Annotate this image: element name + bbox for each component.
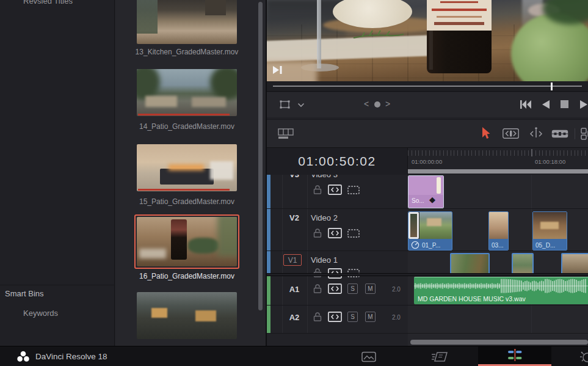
track-name-v3[interactable]: Video 3 <box>311 175 338 179</box>
media-clip-name-selected[interactable]: 16_Patio_GradedMaster.mov <box>120 272 254 280</box>
stop-button[interactable] <box>561 100 568 108</box>
timeline-clip-v1-b[interactable] <box>512 253 534 273</box>
auto-select-icon[interactable] <box>328 228 342 238</box>
solo-button-a2[interactable]: S <box>347 312 358 322</box>
media-clip-thumbnail-14[interactable] <box>137 69 237 116</box>
track-color-bar-v3 <box>267 175 270 208</box>
skip-forward-overlay-icon[interactable] <box>272 65 283 75</box>
reverse-play-button[interactable] <box>542 100 550 109</box>
media-clip-thumbnail-17[interactable] <box>137 292 237 339</box>
timeline-zoom-bar[interactable] <box>408 169 588 174</box>
lock-track-icon[interactable] <box>313 229 322 238</box>
track-id-v1-destination-badge[interactable]: V1 <box>283 254 302 266</box>
selection-mode-icon[interactable] <box>482 127 490 139</box>
insert-clip-icon[interactable] <box>580 128 588 140</box>
media-clip-thumbnail-13[interactable] <box>137 0 237 44</box>
app-title: DaVinci Resolve 18 <box>35 352 107 361</box>
prev-marker-icon[interactable]: < <box>364 99 369 109</box>
track-id-a2[interactable]: A2 <box>284 313 305 322</box>
lock-track-icon[interactable] <box>313 185 322 194</box>
timeline-clip-v1-a[interactable] <box>450 253 490 273</box>
timecode-panel: 01:00:50:02 <box>267 148 408 175</box>
sidebar-item-revsied-titles[interactable]: Revsied Titles <box>23 0 73 5</box>
track-divider <box>267 208 408 209</box>
dynamic-trim-mode-icon[interactable] <box>528 127 544 139</box>
thumbnail-detail <box>188 238 219 254</box>
scrub-track <box>273 86 582 87</box>
timeline-horizontal-scrollbar[interactable] <box>410 340 588 345</box>
auto-select-icon[interactable] <box>328 185 342 195</box>
track-divider <box>267 251 408 251</box>
sidebar-divider <box>0 285 115 285</box>
media-pool-scrollbar[interactable] <box>258 2 263 310</box>
timecode-display[interactable]: 01:00:50:02 <box>267 148 407 175</box>
media-pool: 13_Kitchen_GradedMaster.mov 14_Patio_Gra… <box>115 0 267 346</box>
scrub-playhead[interactable] <box>551 82 553 90</box>
marker-dot-icon[interactable] <box>374 101 380 108</box>
clip-trim-handle[interactable] <box>437 177 441 194</box>
thumbnail-detail <box>205 0 226 15</box>
chevron-down-icon[interactable] <box>297 103 305 108</box>
media-clip-name[interactable]: 15_Patio_GradedMaster.mov <box>120 197 254 206</box>
thumbnail-detail <box>195 310 216 321</box>
mute-button-a1[interactable]: M <box>365 284 376 294</box>
next-marker-icon[interactable]: > <box>385 99 390 109</box>
timeline-clip-audio-music[interactable]: MD GARDEN HOUSE MUSIC v3.wav <box>414 277 588 304</box>
play-button[interactable] <box>580 100 588 109</box>
cut-page-icon[interactable] <box>431 351 448 362</box>
timeline-view-options-icon[interactable] <box>278 128 294 139</box>
timeline-clip-v2-01[interactable]: 01_P... <box>408 211 452 251</box>
viewer-scrub-bar[interactable] <box>267 81 588 92</box>
ruler-label-mid: 01:00:18:00 <box>535 158 565 165</box>
viewer-controls: < > <box>267 92 588 117</box>
channel-format-a1: 2.0 <box>392 286 401 293</box>
fusion-page-icon[interactable] <box>579 351 588 363</box>
thumbnail-detail <box>169 164 204 170</box>
media-page-icon[interactable] <box>361 351 376 362</box>
thumbnail-detail <box>192 97 226 107</box>
sidebar-section-smart-bins[interactable]: Smart Bins <box>5 289 44 298</box>
media-clip-thumbnail-15[interactable] <box>137 144 237 191</box>
media-clip-name[interactable]: 13_Kitchen_GradedMaster.mov <box>120 48 254 56</box>
usage-indicator <box>138 189 230 191</box>
timeline-clip-v2-03[interactable]: 03... <box>488 211 509 251</box>
track-name-v2[interactable]: Video 2 <box>311 213 338 222</box>
edit-page-active-tab[interactable] <box>478 346 551 364</box>
track-id-v2[interactable]: V2 <box>284 213 305 222</box>
track-id-v3[interactable]: V3 <box>284 175 305 179</box>
speed-change-icon <box>411 241 419 249</box>
frame-view-icon[interactable] <box>347 186 360 194</box>
razor-edit-mode-icon[interactable] <box>551 130 568 138</box>
solo-button-a1[interactable]: S <box>347 284 358 294</box>
timeline-ruler[interactable]: 01:00:00:00 01:00:18:00 <box>408 148 588 169</box>
timeline-clip-v1-c[interactable] <box>561 253 588 273</box>
skip-to-start-button[interactable] <box>520 100 531 109</box>
auto-select-icon[interactable] <box>328 284 342 294</box>
keyframe-diamond-icon[interactable]: ◆ <box>429 195 435 204</box>
media-clip-name[interactable]: 14_Patio_GradedMaster.mov <box>120 122 254 131</box>
timeline-toolbar <box>267 119 588 148</box>
track-color-bar-v1 <box>267 251 270 273</box>
viewer-detail <box>427 0 492 73</box>
track-id-a1[interactable]: A1 <box>284 285 305 294</box>
auto-select-icon[interactable] <box>328 312 342 322</box>
thumbnail-detail <box>171 219 187 260</box>
lock-track-icon[interactable] <box>313 284 322 293</box>
timeline-clip-v3-title[interactable]: So... ◆ <box>408 175 444 208</box>
timeline-clip-v2-05[interactable]: 05_D... <box>532 211 567 251</box>
audio-waveform-svg <box>414 278 588 294</box>
transform-tool-icon[interactable] <box>279 100 291 109</box>
sidebar-item-keywords[interactable]: Keywords <box>23 309 58 318</box>
media-clip-thumbnail-16-selected[interactable] <box>134 214 239 269</box>
track-name-v1[interactable]: Video 1 <box>311 255 338 265</box>
trim-edit-mode-icon[interactable] <box>503 128 519 139</box>
header-grid-line <box>282 175 283 333</box>
ruler-major-tick <box>531 149 532 156</box>
video-audio-divider[interactable] <box>267 273 588 276</box>
frame-view-icon[interactable] <box>347 229 360 238</box>
thumbnail-detail <box>145 96 177 107</box>
lock-track-icon[interactable] <box>313 312 322 321</box>
mute-button-a2[interactable]: M <box>365 312 376 322</box>
bin-sidebar: Revsied Titles Smart Bins Keywords <box>0 0 115 346</box>
timeline-lanes[interactable]: So... ◆ 01_P... 03... 05_D... <box>408 175 588 346</box>
